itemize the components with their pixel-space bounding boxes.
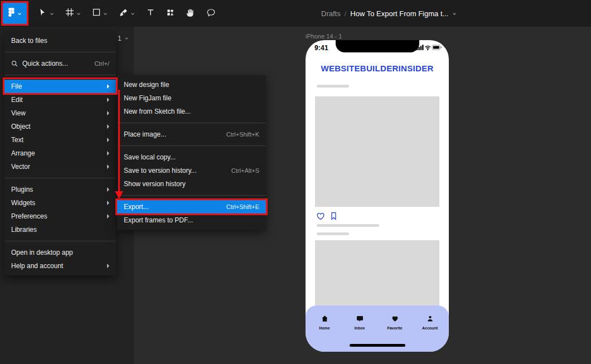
phone-status-bar: 9:41 [314, 43, 442, 52]
post-image-placeholder [315, 96, 439, 207]
chevron-down-icon [17, 8, 22, 18]
menu-item-label: Export frames to PDF... [124, 216, 193, 224]
shortcut-label: Ctrl+Alt+S [231, 167, 259, 174]
menu-separator [4, 178, 116, 178]
menu-item-vector[interactable]: Vector [4, 160, 116, 173]
frame-title[interactable]: iPhone 14 - 1 [306, 33, 342, 40]
text-tool-button[interactable] [146, 0, 155, 27]
cellular-signal-icon [416, 45, 424, 50]
menu-item-preferences[interactable]: Preferences [4, 210, 116, 223]
file-title[interactable]: How To Export From Figma t... [350, 9, 448, 18]
menu-item-label: Arrange [11, 149, 35, 157]
chevron-down-icon[interactable] [50, 8, 54, 18]
submenu-item-new-figjam-file[interactable]: New FigJam file [117, 91, 266, 105]
submenu-arrow-icon [107, 84, 109, 89]
submenu-item-save-local-copy[interactable]: Save local copy... [117, 151, 266, 164]
submenu-item-export[interactable]: Export... Ctrl+Shift+E [117, 200, 266, 213]
menu-item-label: Widgets [11, 199, 35, 207]
menu-item-label: Save local copy... [124, 153, 176, 161]
chevron-down-icon[interactable] [103, 8, 108, 18]
submenu-arrow-icon [107, 151, 109, 156]
submenu-item-export-frames-to-pdf[interactable]: Export frames to PDF... [117, 213, 266, 227]
submenu-item-show-version-history[interactable]: Show version history [117, 177, 266, 191]
submenu-item-place-image[interactable]: Place image... Ctrl+Shift+K [117, 128, 266, 141]
toolbar-tools [38, 0, 216, 27]
menu-item-help-and-account[interactable]: Help and account [4, 259, 116, 273]
menu-item-libraries[interactable]: Libraries [4, 223, 116, 236]
menu-item-label: View [11, 109, 26, 117]
text-icon [146, 8, 155, 19]
menu-item-label: Open in desktop app [11, 249, 73, 256]
wifi-icon [425, 46, 430, 51]
chevron-down-icon[interactable] [76, 8, 81, 18]
skeleton-line [317, 232, 349, 235]
menu-item-label: Plugins [11, 186, 33, 193]
file-submenu: New design file New FigJam file New from… [117, 75, 266, 230]
rectangle-icon [92, 8, 101, 19]
chevron-down-icon[interactable] [130, 8, 135, 18]
menu-item-label: Preferences [11, 212, 47, 220]
menu-item-label: Place image... [124, 130, 166, 138]
submenu-arrow-icon [107, 138, 109, 142]
menu-separator [117, 195, 266, 196]
frame-tool-button[interactable] [65, 0, 81, 27]
menu-item-open-in-desktop-app[interactable]: Open in desktop app [4, 246, 116, 259]
chevron-down-icon [124, 35, 129, 42]
menu-item-text[interactable]: Text [4, 133, 116, 147]
shortcut-label: Ctrl+/ [94, 60, 109, 67]
iphone-frame[interactable]: 9:41 [306, 40, 449, 352]
submenu-arrow-icon [107, 111, 109, 115]
home-indicator-bar [350, 344, 405, 347]
menu-separator [4, 52, 116, 52]
breadcrumb-folder[interactable]: Drafts [321, 9, 341, 18]
status-icons [416, 43, 442, 53]
menu-item-label: Save to version history... [124, 167, 197, 174]
breadcrumb: Drafts / How To Export From Figma t... [321, 0, 457, 27]
submenu-arrow-icon [107, 124, 109, 129]
menu-item-label: New FigJam file [124, 94, 171, 102]
bookmark-icon [330, 212, 337, 222]
submenu-arrow-icon [107, 98, 109, 102]
pen-tool-button[interactable] [119, 0, 135, 27]
search-icon [11, 60, 18, 67]
menu-separator [4, 241, 116, 241]
page-selector[interactable]: 1 [118, 35, 129, 42]
move-cursor-icon [38, 8, 47, 20]
submenu-item-new-from-sketch-file[interactable]: New from Sketch file... [117, 105, 266, 118]
post-actions [316, 212, 337, 222]
nav-label: Inbox [355, 326, 365, 330]
menu-item-view[interactable]: View [4, 106, 116, 120]
pen-icon [119, 8, 128, 20]
figma-menu-button[interactable] [3, 3, 27, 24]
menu-item-label: Edit [11, 96, 23, 104]
menu-item-file[interactable]: File [4, 80, 116, 93]
brand-title: WEBSITEBUILDERINSIDER [306, 64, 449, 73]
menu-item-label: Help and account [11, 262, 63, 270]
menu-item-plugins[interactable]: Plugins [4, 183, 116, 196]
menu-item-arrange[interactable]: Arrange [4, 147, 116, 160]
heart-icon [316, 212, 325, 222]
menu-item-back-to-files[interactable]: Back to files [4, 34, 116, 47]
menu-item-object[interactable]: Object [4, 120, 116, 133]
nav-item-account: Account [419, 314, 441, 352]
menu-item-label: Show version history [124, 180, 186, 188]
heart-icon [391, 314, 399, 324]
submenu-item-new-design-file[interactable]: New design file [117, 78, 266, 91]
menu-item-widgets[interactable]: Widgets [4, 196, 116, 210]
shape-tool-button[interactable] [92, 0, 108, 27]
chevron-down-icon[interactable] [452, 9, 457, 18]
move-tool-button[interactable] [38, 0, 54, 27]
submenu-arrow-icon [107, 214, 109, 219]
comment-tool-button[interactable] [206, 0, 216, 27]
menu-item-label: File [11, 82, 22, 90]
skeleton-line [317, 85, 349, 88]
submenu-item-save-to-version-history[interactable]: Save to version history... Ctrl+Alt+S [117, 164, 266, 177]
menu-separator [117, 145, 266, 146]
resources-button[interactable] [166, 0, 175, 27]
hand-tool-button[interactable] [186, 0, 195, 27]
menu-item-edit[interactable]: Edit [4, 93, 116, 106]
inbox-icon [356, 314, 364, 324]
menu-item-label: New from Sketch file... [124, 108, 191, 115]
menu-separator [4, 75, 116, 75]
menu-item-quick-actions[interactable]: Quick actions... Ctrl+/ [4, 57, 116, 70]
